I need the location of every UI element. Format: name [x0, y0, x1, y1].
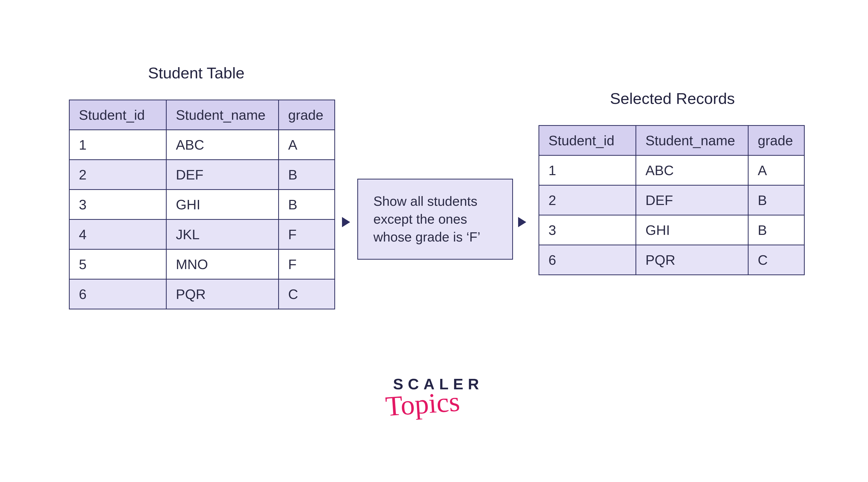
arrow-right-icon: [342, 217, 350, 227]
col-header-id: Student_id: [539, 126, 636, 155]
cell-name: GHI: [636, 215, 748, 245]
cell-grade: F: [279, 219, 335, 249]
cell-id: 2: [539, 185, 636, 215]
cell-name: PQR: [636, 245, 748, 275]
logo-line-2: Topics: [384, 385, 461, 423]
col-header-grade: grade: [748, 126, 804, 155]
cell-name: JKL: [166, 219, 279, 249]
diagram-canvas: Student Table Student_id Student_name gr…: [0, 0, 868, 482]
cell-grade: A: [748, 155, 804, 185]
cell-id: 5: [69, 249, 166, 279]
cell-grade: B: [279, 190, 335, 219]
cell-grade: C: [279, 279, 335, 309]
cell-grade: B: [748, 215, 804, 245]
col-header-grade: grade: [279, 100, 335, 130]
table-row: 3 GHI B: [69, 190, 335, 219]
table-row: 6 PQR C: [69, 279, 335, 309]
selected-records-table: Student_id Student_name grade 1 ABC A 2 …: [538, 125, 805, 275]
cell-id: 4: [69, 219, 166, 249]
cell-name: GHI: [166, 190, 279, 219]
scaler-topics-logo: SCALER Topics: [393, 375, 484, 420]
col-header-name: Student_name: [636, 126, 748, 155]
cell-id: 3: [539, 215, 636, 245]
cell-name: ABC: [166, 130, 279, 160]
left-table-title: Student Table: [148, 64, 245, 82]
table-row: 3 GHI B: [539, 215, 804, 245]
table-row: 5 MNO F: [69, 249, 335, 279]
table-row: 2 DEF B: [69, 160, 335, 190]
cell-name: PQR: [166, 279, 279, 309]
table-row: 1 ABC A: [539, 155, 804, 185]
filter-description-box: Show all students except the ones whose …: [357, 179, 513, 260]
student-table: Student_id Student_name grade 1 ABC A 2 …: [69, 99, 335, 309]
cell-id: 3: [69, 190, 166, 219]
cell-id: 6: [69, 279, 166, 309]
cell-id: 6: [539, 245, 636, 275]
col-header-name: Student_name: [166, 100, 279, 130]
table-row: 2 DEF B: [539, 185, 804, 215]
right-table-title: Selected Records: [610, 89, 735, 108]
arrow-right-icon: [518, 217, 526, 227]
col-header-id: Student_id: [69, 100, 166, 130]
table-row: 6 PQR C: [539, 245, 804, 275]
cell-grade: B: [748, 185, 804, 215]
cell-id: 2: [69, 160, 166, 190]
cell-name: MNO: [166, 249, 279, 279]
cell-name: DEF: [166, 160, 279, 190]
cell-grade: C: [748, 245, 804, 275]
cell-grade: A: [279, 130, 335, 160]
table-row: 1 ABC A: [69, 130, 335, 160]
cell-name: DEF: [636, 185, 748, 215]
cell-id: 1: [69, 130, 166, 160]
cell-grade: F: [279, 249, 335, 279]
cell-name: ABC: [636, 155, 748, 185]
cell-grade: B: [279, 160, 335, 190]
table-row: 4 JKL F: [69, 219, 335, 249]
cell-id: 1: [539, 155, 636, 185]
